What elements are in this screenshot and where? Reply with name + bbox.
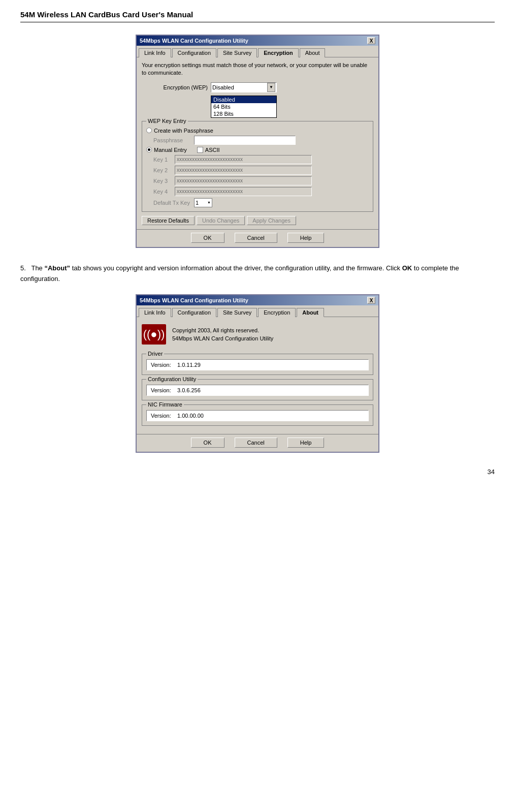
config-group: Configuration Utility Version: 3.0.6.256 [142, 379, 373, 400]
radio-passphrase-label: Create with Passphrase [154, 128, 213, 134]
key1-label: Key 1 [153, 157, 175, 163]
default-tx-row: Default Tx Key 1 ▼ [153, 198, 369, 207]
dialog2-footer: OK Cancel Help [137, 434, 378, 452]
default-tx-value: 1 [196, 200, 199, 206]
tab-configuration[interactable]: Configuration [172, 48, 216, 57]
page-title: 54M Wireless LAN CardBus Card User's Man… [20, 10, 495, 19]
dialog2-cancel-button[interactable]: Cancel [235, 438, 277, 448]
nic-version-label: Version: [151, 413, 171, 419]
dropdown-item-64bits[interactable]: 64 Bits [211, 103, 276, 110]
ascii-check-row: ASCII [197, 147, 220, 153]
ascii-checkbox[interactable] [197, 147, 203, 153]
key2-input[interactable] [175, 166, 312, 175]
tab2-link-info[interactable]: Link Info [139, 308, 171, 317]
tab-about[interactable]: About [300, 48, 326, 57]
key4-input[interactable] [175, 187, 312, 196]
key4-row: Key 4 [153, 187, 369, 196]
dropdown-item-128bits[interactable]: 128 Bits [211, 110, 276, 117]
restore-defaults-button[interactable]: Restore Defaults [142, 216, 195, 225]
default-tx-select[interactable]: 1 ▼ [194, 198, 212, 207]
default-tx-label: Default Tx Key [153, 200, 190, 206]
encryption-row: Encryption (WEP) Disabled ▼ [142, 82, 373, 92]
tab2-configuration[interactable]: Configuration [172, 308, 216, 317]
tab2-site-survey[interactable]: Site Survey [217, 308, 257, 317]
ascii-label: ASCII [205, 147, 220, 153]
step5-text1: The [31, 264, 44, 272]
nic-version-value: 1.00.00.00 [177, 413, 204, 419]
config-version-value: 3.0.6.256 [177, 387, 201, 393]
key1-input[interactable] [175, 155, 312, 164]
dialog2-close-button[interactable]: X [367, 297, 375, 304]
page-number: 34 [20, 468, 495, 476]
key2-label: Key 2 [153, 167, 175, 173]
key1-row: Key 1 [153, 155, 369, 164]
about-header-row: ((●)) Copyright 2003, All rights reserve… [142, 321, 373, 348]
dialog2-titlebar: 54Mbps WLAN Card Configuration Utility X [137, 295, 378, 305]
dialog1-help-button[interactable]: Help [287, 233, 325, 243]
dialog2-help-button[interactable]: Help [287, 438, 325, 448]
radio-passphrase-row: Create with Passphrase [146, 128, 369, 134]
tab-site-survey[interactable]: Site Survey [217, 48, 257, 57]
config-version-row: Version: 3.0.6.256 [146, 385, 369, 396]
key4-label: Key 4 [153, 189, 175, 195]
radio-manual[interactable] [146, 147, 152, 152]
passphrase-input[interactable] [194, 136, 296, 145]
step5-bold-ok: OK [402, 264, 412, 272]
encryption-select-arrow[interactable]: ▼ [267, 83, 275, 92]
copyright-line1: Copyright 2003, All rights reserved. [172, 326, 273, 335]
radio-passphrase[interactable] [146, 128, 152, 133]
dialog2-content: ((●)) Copyright 2003, All rights reserve… [137, 317, 378, 434]
about-info-text: Copyright 2003, All rights reserved. 54M… [172, 326, 273, 343]
driver-version-label: Version: [151, 362, 171, 368]
dialog1-footer: OK Cancel Help [137, 229, 378, 247]
dialog2-ok-button[interactable]: OK [191, 438, 224, 448]
key3-label: Key 3 [153, 178, 175, 184]
dialog2-tabs: Link Info Configuration Site Survey Encr… [137, 305, 378, 317]
apply-changes-button[interactable]: Apply Changes [247, 216, 296, 225]
driver-version-row: Version: 1.0.11.29 [146, 359, 369, 370]
dialog2-wrapper: 54Mbps WLAN Card Configuration Utility X… [20, 294, 495, 453]
step5-text2: tab shows you copyright and version info… [70, 264, 402, 272]
wep-key-group-label: WEP Key Entry [146, 118, 188, 124]
dropdown-item-disabled[interactable]: Disabled [211, 96, 276, 103]
tab2-encryption[interactable]: Encryption [258, 308, 296, 317]
encryption-dropdown-list: Disabled 64 Bits 128 Bits [211, 96, 277, 118]
step5-number: 5. [20, 264, 26, 272]
dialog2: 54Mbps WLAN Card Configuration Utility X… [136, 294, 379, 453]
nic-version-row: Version: 1.00.00.00 [146, 410, 369, 421]
tab-encryption[interactable]: Encryption [258, 48, 298, 57]
radio-manual-label: Manual Entry [154, 147, 187, 153]
driver-group-label: Driver [146, 351, 164, 357]
dialog1-ok-button[interactable]: OK [191, 233, 224, 243]
dialog1: 54Mbps WLAN Card Configuration Utility X… [136, 35, 379, 248]
encryption-select[interactable]: Disabled ▼ [211, 82, 277, 92]
dialog1-cancel-button[interactable]: Cancel [235, 233, 277, 243]
key2-row: Key 2 [153, 166, 369, 175]
tab2-about[interactable]: About [297, 308, 324, 317]
info-text: Your encryption settings must match thos… [142, 61, 373, 77]
nic-group-label: NIC Firmware [146, 401, 184, 408]
undo-changes-button[interactable]: Undo Changes [197, 216, 245, 225]
copyright-line2: 54Mbps WLAN Card Configuration Utility [172, 334, 273, 343]
step5-bold-about: “About” [44, 264, 70, 272]
step5-text: 5. The “About” tab shows you copyright a… [20, 263, 495, 285]
dialog1-close-button[interactable]: X [367, 37, 375, 44]
wifi-icon: ((●)) [143, 328, 165, 341]
key3-row: Key 3 [153, 176, 369, 185]
tab-link-info[interactable]: Link Info [139, 48, 171, 57]
dialog2-title: 54Mbps WLAN Card Configuration Utility [140, 297, 248, 303]
config-group-label: Configuration Utility [146, 376, 198, 382]
dialog1-wrapper: 54Mbps WLAN Card Configuration Utility X… [20, 35, 495, 248]
about-logo: ((●)) [142, 324, 166, 345]
dialog1-titlebar: 54Mbps WLAN Card Configuration Utility X [137, 36, 378, 46]
action-buttons: Restore Defaults Undo Changes Apply Chan… [142, 216, 373, 225]
dialog1-content: Your encryption settings must match thos… [137, 57, 378, 229]
encryption-value: Disabled [212, 84, 234, 90]
passphrase-label: Passphrase [153, 137, 194, 143]
key3-input[interactable] [175, 176, 312, 185]
config-version-label: Version: [151, 387, 171, 393]
dialog1-tabs: Link Info Configuration Site Survey Encr… [137, 46, 378, 57]
driver-group: Driver Version: 1.0.11.29 [142, 354, 373, 375]
wep-key-group: WEP Key Entry Create with Passphrase Pas… [142, 121, 373, 212]
manual-entry-row: Manual Entry ASCII [146, 147, 369, 153]
